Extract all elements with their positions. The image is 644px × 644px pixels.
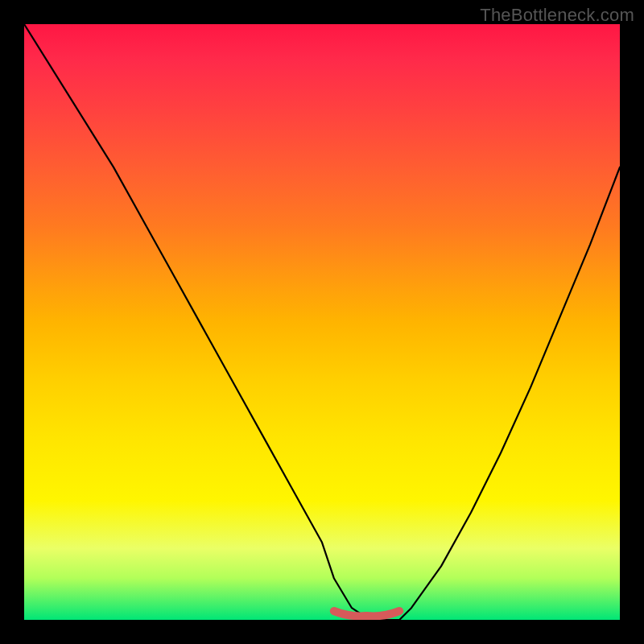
optimum-marker	[334, 611, 399, 616]
curve-path	[24, 24, 620, 620]
chart-svg	[24, 24, 620, 620]
watermark-text: TheBottleneck.com	[480, 5, 634, 26]
plot-area	[24, 24, 620, 620]
chart-frame: TheBottleneck.com	[0, 0, 644, 644]
